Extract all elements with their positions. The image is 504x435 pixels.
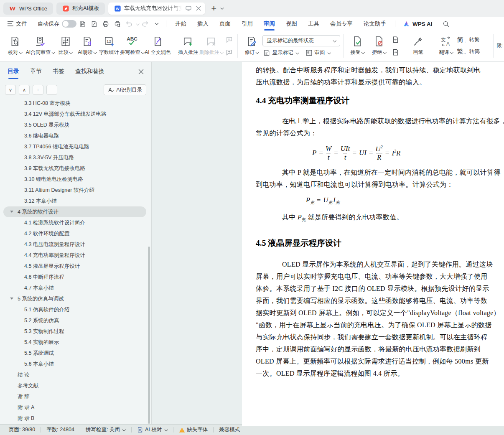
toc-item[interactable]: 3.4 12V 电源部分车载无线发送电路	[3, 109, 146, 120]
new-tab-button[interactable]: +	[211, 4, 216, 13]
toc-item[interactable]: 4.1 检测系统软件设计简介	[3, 217, 146, 228]
toc-item[interactable]: 4.3 电压电流测量程序设计	[3, 239, 146, 250]
menu-item-reference[interactable]: 引用	[236, 17, 258, 31]
track-changes-button[interactable]: 修订	[241, 33, 262, 59]
simplified-to-traditional-button[interactable]: 简→ 转繁	[457, 36, 479, 44]
previous-revision-button[interactable]	[390, 34, 401, 45]
toc-collapse-button[interactable]: −	[46, 85, 57, 95]
toc-item[interactable]: 5.4 实物的展示	[3, 337, 146, 348]
toc-item[interactable]: 3.6 继电器电路	[3, 130, 146, 141]
collapse-triangle-icon[interactable]	[10, 211, 13, 213]
toc-item[interactable]: 4.2 软件环境的配置	[3, 228, 146, 239]
toc-expand-button[interactable]: +	[33, 85, 43, 95]
previous-comment-button[interactable]	[224, 34, 234, 45]
toc-item[interactable]: 4.4 充电功率测量程序设计	[3, 250, 146, 261]
screen-device-icon[interactable]	[185, 5, 192, 12]
menu-item-membership[interactable]: 会员专享	[325, 17, 358, 31]
toc-item[interactable]: 5.1 仿真软件的介绍	[3, 304, 146, 315]
toc-item[interactable]: 3.3 HC-08 蓝牙模块	[3, 100, 146, 109]
toc-previous-button[interactable]: ∧	[19, 85, 30, 95]
restrict-editing-button[interactable]: 限制编辑	[496, 42, 502, 49]
toc-item[interactable]: 5 系统的仿真与调试	[3, 293, 146, 304]
toc-item[interactable]: 3.8 3.3V-5V 升压电路	[3, 152, 146, 163]
toc-item[interactable]: 3.5 OLED 显示模块	[3, 120, 146, 130]
toc-item[interactable]: 4.7 本章小结	[3, 282, 146, 293]
tab-docer-templates[interactable]: 稻壳AI模板	[56, 3, 105, 15]
toc-item[interactable]: 结 论	[3, 369, 146, 380]
ai-read-aloud-button[interactable]: AI朗读	[76, 33, 98, 59]
quick-toolbar-chevron-icon[interactable]	[151, 19, 162, 29]
toc-item[interactable]: 附 录 B	[3, 413, 146, 424]
toc-item[interactable]: 5.5 系统调试	[3, 348, 146, 359]
reject-revision-button[interactable]: 拒绝	[368, 33, 390, 59]
sidebar-tab-chapters[interactable]: 章节	[30, 68, 42, 75]
sidebar-scrollbar-thumb[interactable]	[148, 247, 150, 424]
sidebar-tab-bookmarks[interactable]: 书签	[53, 68, 64, 75]
menu-item-insert[interactable]: 插入	[192, 17, 214, 31]
toc-item[interactable]: 4.5 液晶屏显示程序设计	[3, 261, 146, 272]
menu-item-view[interactable]: 视图	[280, 17, 303, 31]
export-button[interactable]	[89, 19, 99, 29]
undo-options-chevron-icon[interactable]	[136, 22, 139, 25]
toc-item[interactable]: 4.6 中断程序流程	[3, 272, 146, 282]
compare-button[interactable]: 比较	[55, 33, 76, 59]
redo-button[interactable]	[140, 19, 150, 29]
wps-ai-button[interactable]: WPS AI	[399, 20, 437, 28]
accept-revision-button[interactable]: 接受	[346, 33, 368, 59]
menu-item-paper-assistant[interactable]: 论文助手	[358, 17, 392, 31]
next-comment-button[interactable]	[224, 47, 234, 57]
next-revision-button[interactable]	[390, 47, 401, 57]
translate-button[interactable]: 文A 翻译	[435, 33, 457, 59]
ai-polish-button[interactable]: AI 全文润色	[145, 33, 171, 59]
toc-item[interactable]: 5.2 系统的仿真	[3, 315, 146, 326]
toc-item[interactable]: 4 系统的软件设计	[3, 206, 146, 217]
toc-item[interactable]: 3.9 车载无线充电接收电路	[3, 163, 146, 174]
undo-button[interactable]	[124, 19, 135, 29]
menu-item-home[interactable]: 开始	[170, 17, 192, 31]
autosave-toggle[interactable]	[62, 20, 76, 28]
proofread-button[interactable]: 校对	[4, 33, 26, 59]
ai-recognize-toc-button[interactable]: AI识别目录	[104, 84, 146, 95]
tab-document[interactable]: W 车载无线充电器设计与实现 与	[108, 3, 205, 15]
sidebar-tab-toc[interactable]: 目录	[8, 68, 19, 75]
toc-item[interactable]: 3.11 Altium Designer 软件介绍	[3, 185, 146, 196]
tab-list-chevron-icon[interactable]	[220, 6, 224, 11]
show-markup-button[interactable]: 显示标记	[263, 49, 299, 56]
print-button[interactable]	[100, 19, 111, 29]
tab-wps-home[interactable]: WPS Office	[3, 3, 53, 15]
toc-item[interactable]: 参考文献	[3, 380, 146, 391]
ai-proofread-status[interactable]: AI 校对	[135, 426, 170, 433]
group-launcher-icon[interactable]	[477, 50, 480, 53]
toc-item[interactable]: 3.7 TP4056 锂电池充电电路	[3, 141, 146, 152]
missing-font-warning[interactable]: 缺失字体	[176, 426, 210, 433]
collapse-triangle-icon[interactable]	[10, 298, 13, 300]
ai-contract-review-button[interactable]: AI合同审查	[26, 33, 55, 59]
page-indicator[interactable]: 页面: 39/80	[6, 426, 38, 433]
document-page[interactable]: 的转换。配合中断服务程序和定时器触发，我们可以持续、稳定地获取到电压电流数据，为…	[242, 62, 504, 426]
toc-item[interactable]: 谢 辞	[3, 391, 146, 402]
menu-item-page[interactable]: 页面	[214, 17, 236, 31]
close-tab-icon[interactable]	[195, 5, 202, 12]
ink-pen-button[interactable]: 画笔	[407, 33, 429, 59]
print-preview-button[interactable]	[112, 19, 123, 29]
save-button[interactable]	[77, 19, 88, 29]
word-count-indicator[interactable]: 字数: 24804	[44, 426, 77, 433]
search-button[interactable]	[443, 20, 450, 28]
review-pane-button[interactable]: 审阅	[305, 49, 331, 56]
markup-state-select[interactable]: 显示标记的最终状态	[262, 35, 340, 46]
traditional-to-simplified-button[interactable]: 繁→ 转简	[457, 48, 479, 56]
menu-item-review[interactable]: 审阅	[258, 17, 280, 31]
file-menu-button[interactable]: 文件	[4, 20, 31, 28]
toc-item[interactable]: 5.6 本章小结	[3, 359, 146, 369]
toc-next-button[interactable]: ∨	[5, 85, 16, 95]
close-sidebar-icon[interactable]	[138, 69, 144, 74]
toc-item[interactable]: 3.10 锂电池电压检测电路	[3, 174, 146, 185]
toc-item[interactable]: 3.12 本章小结	[3, 196, 146, 206]
word-count-button[interactable]: 12 字数统计	[98, 33, 120, 59]
menu-item-tools[interactable]: 工具	[303, 17, 325, 31]
spell-check-status[interactable]: 拼写检查: 关闭	[83, 426, 128, 433]
spell-check-button[interactable]: ABC 拼写检查	[120, 33, 145, 59]
sidebar-tab-find-replace[interactable]: 查找和替换	[75, 68, 104, 75]
toc-item[interactable]: 5.3 实物制作过程	[3, 326, 146, 337]
delete-comment-button[interactable]: 删除批注	[199, 33, 224, 59]
